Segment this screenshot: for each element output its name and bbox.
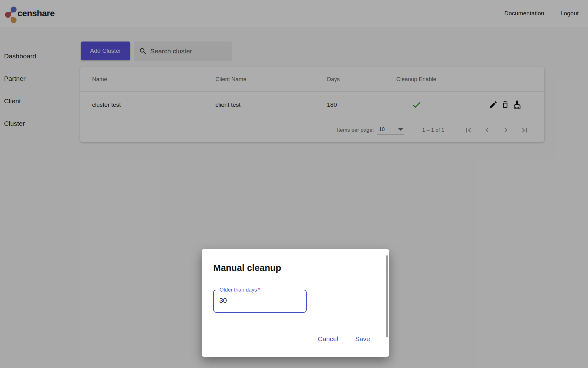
dialog-actions: Cancel Save: [317, 334, 371, 344]
save-button[interactable]: Save: [354, 334, 371, 344]
manual-cleanup-dialog: Manual cleanup Older than days* Cancel S…: [202, 249, 389, 357]
older-than-days-input[interactable]: [219, 297, 288, 305]
field-label: Older than days*: [218, 287, 262, 293]
cancel-button[interactable]: Cancel: [317, 334, 339, 344]
field-label-text: Older than days: [220, 287, 257, 293]
required-marker: *: [258, 287, 260, 293]
dialog-scrollbar[interactable]: [386, 255, 388, 337]
older-than-days-field[interactable]: Older than days*: [213, 290, 307, 313]
dialog-title: Manual cleanup: [213, 263, 281, 273]
